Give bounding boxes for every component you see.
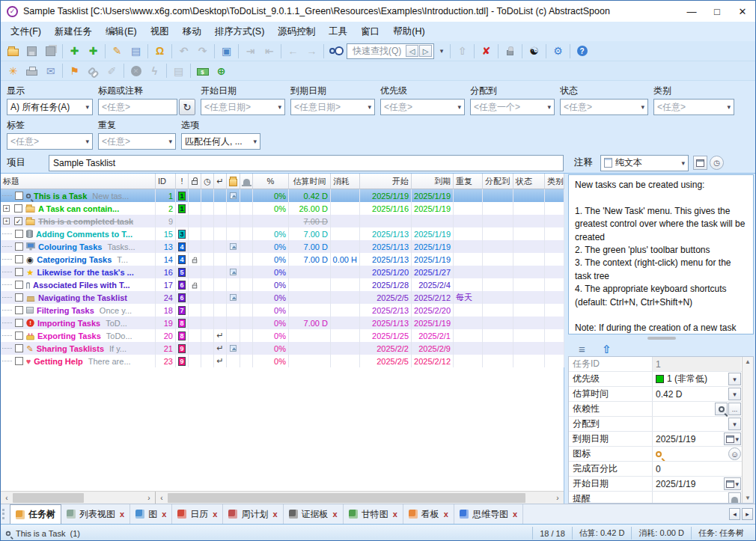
minimize-button[interactable]: — [679, 1, 704, 22]
task-checkbox[interactable] [15, 268, 23, 276]
tab-close-icon[interactable]: x [162, 510, 166, 519]
menu-item-0[interactable]: 文件(F) [4, 22, 48, 41]
filter-combo[interactable]: 匹配任何人, ...▾ [181, 133, 260, 150]
scrollbar-thumb[interactable] [13, 493, 84, 503]
scroll-up-icon[interactable]: ▲ [745, 358, 751, 365]
menu-item-3[interactable]: 视图 [144, 22, 176, 41]
task-row[interactable]: Exporting TasksToDo...208↵0%2025/1/25202… [1, 329, 564, 342]
filter-combo[interactable]: <任意>▾ [560, 99, 648, 115]
dependency-search-button[interactable] [715, 403, 728, 415]
task-row[interactable]: Adding Comments to T...1530%7.00 D2025/1… [1, 227, 564, 240]
task-title-cell[interactable]: This is a TaskNew tas... [1, 189, 156, 202]
menu-item-9[interactable]: 帮助(H) [386, 22, 431, 41]
task-title-cell[interactable]: +✓This is a completed task [1, 215, 156, 227]
task-checkbox[interactable] [15, 230, 23, 238]
tree-expander[interactable]: + [3, 205, 10, 212]
task-checkbox[interactable] [15, 344, 23, 352]
new-subtask-button[interactable]: ✚ [84, 43, 103, 59]
task-checkbox[interactable] [15, 255, 23, 263]
attribute-value[interactable]: 0.42 D [653, 387, 728, 401]
scroll-down-icon[interactable]: ▼ [745, 495, 751, 501]
task-row[interactable]: Associated Files with T...1760%2025/1/28… [1, 278, 564, 291]
task-checkbox[interactable] [14, 204, 22, 213]
task-title-cell[interactable]: Navigating the Tasklist [1, 291, 156, 304]
quick-find-input[interactable] [351, 45, 405, 57]
flag-task-button[interactable]: ⚑ [65, 63, 84, 79]
column-header-est-time[interactable]: 估算时间 [289, 174, 331, 189]
filter-combo[interactable]: <任意日期>▾ [201, 99, 285, 115]
filter-combo[interactable]: <任意>▾ [653, 99, 734, 115]
menu-item-8[interactable]: 窗口 [354, 22, 386, 41]
undo-button[interactable]: ↶ [174, 43, 193, 59]
browse-button[interactable]: ... [728, 403, 741, 415]
task-row[interactable]: +A Task can contain...210%26.00 D2025/1/… [1, 202, 564, 215]
column-header-start[interactable]: 开始 [360, 174, 412, 189]
column-header-title[interactable]: 标题 [1, 174, 156, 189]
menu-item-4[interactable]: 移动 [176, 22, 208, 41]
spellcheck-button[interactable]: ϟ [145, 63, 164, 79]
edit-task-title-button[interactable]: ✎ [108, 43, 126, 59]
task-checkbox[interactable] [15, 242, 23, 251]
time-tracking-button[interactable]: ◷ [710, 156, 724, 170]
menu-item-5[interactable]: 排序方式(S) [208, 22, 272, 41]
tab-calendar[interactable]: 日历x [172, 504, 223, 524]
task-title-cell[interactable]: Associated Files with T... [1, 278, 156, 291]
attribute-value[interactable] [653, 402, 714, 416]
tab-mindmap[interactable]: 思维导图x [454, 504, 523, 524]
attribute-value[interactable] [653, 492, 728, 504]
task-title-cell[interactable]: Adding Comments to T... [1, 227, 156, 240]
task-checkbox[interactable] [15, 357, 23, 365]
task-comments-text[interactable]: New tasks can be created using: 1. The '… [568, 174, 754, 334]
tab-scroll-right-button[interactable]: ▸ [742, 508, 753, 520]
link-task-button[interactable] [84, 63, 103, 79]
scroll-left-icon[interactable]: ‹ [1, 494, 13, 502]
filter-combo[interactable]: <任意一个>▾ [470, 99, 555, 115]
task-row[interactable]: This is a TaskNew tas...110%0.42 D2025/1… [1, 189, 564, 202]
tab-close-icon[interactable]: x [333, 510, 338, 519]
column-header-spent[interactable]: 消耗 [331, 174, 360, 189]
tab-close-icon[interactable]: x [393, 510, 397, 519]
maximize-view-button[interactable]: ▣ [217, 43, 236, 59]
preferences-button[interactable]: ⚙ [549, 43, 567, 59]
comments-format-combo[interactable]: 纯文本 ▾ [600, 155, 689, 171]
redo-button[interactable]: ↷ [193, 43, 212, 59]
task-title-cell[interactable]: Filtering TasksOnce y... [1, 304, 156, 317]
calendar-dropdown-button[interactable]: ▾ [724, 477, 741, 490]
attribute-value[interactable]: 0 [653, 462, 741, 476]
reminder-button[interactable] [728, 492, 741, 504]
attribute-value[interactable]: 2025/1/19 [653, 432, 723, 446]
task-checkbox[interactable]: ✓ [14, 217, 22, 225]
tab-close-icon[interactable]: x [272, 510, 277, 519]
column-header-priority[interactable]: ! [176, 174, 189, 189]
task-title-cell[interactable]: +A Task can contain... [1, 202, 156, 215]
filter-combo[interactable]: <任意>▾ [7, 133, 93, 150]
tab-kanban[interactable]: 看板x [403, 504, 454, 524]
tab-close-icon[interactable]: x [444, 510, 448, 519]
tab-task-tree[interactable]: 任务树 [10, 504, 61, 524]
title-column-scrollbar[interactable]: ‹ › [1, 492, 156, 504]
next-task-button[interactable]: → [302, 43, 321, 59]
menu-item-1[interactable]: 新建任务 [48, 22, 99, 41]
filter-combo[interactable]: A) 所有任务(A)▾ [7, 99, 93, 115]
find-tasks-button[interactable] [326, 43, 345, 59]
task-checkbox[interactable] [15, 293, 23, 302]
task-checkbox[interactable] [15, 281, 23, 289]
column-header-status[interactable]: 状态 [513, 174, 545, 189]
task-title-cell[interactable]: ♥Getting HelpThere are... [1, 355, 156, 367]
columns-scrollbar[interactable]: ‹ › [156, 492, 564, 504]
tab-scroll-left-button[interactable]: ◂ [729, 508, 740, 520]
print-button[interactable] [22, 63, 41, 79]
task-row[interactable]: Colouring TasksTasks...1340%7.00 D2025/1… [1, 240, 564, 253]
task-title-cell[interactable]: Exporting TasksToDo... [1, 329, 156, 342]
task-title-cell[interactable]: Colouring TasksTasks... [1, 240, 156, 253]
column-header-category[interactable]: 类别 [545, 174, 564, 189]
website-button[interactable]: ⊕ [212, 63, 231, 79]
dropdown-button[interactable]: ▾ [728, 418, 741, 430]
column-header-repeat[interactable]: 重复 [454, 174, 483, 189]
send-email-button[interactable]: ✉ [41, 63, 60, 79]
menu-item-2[interactable]: 编辑(E) [99, 22, 144, 41]
task-title-cell[interactable]: !Importing TasksToD... [1, 317, 156, 329]
task-row[interactable]: +✓This is a completed task97.00 D [1, 215, 564, 227]
tab-gantt[interactable]: 甘特图x [344, 504, 403, 524]
column-header-assigned[interactable]: 分配到 [483, 174, 513, 189]
